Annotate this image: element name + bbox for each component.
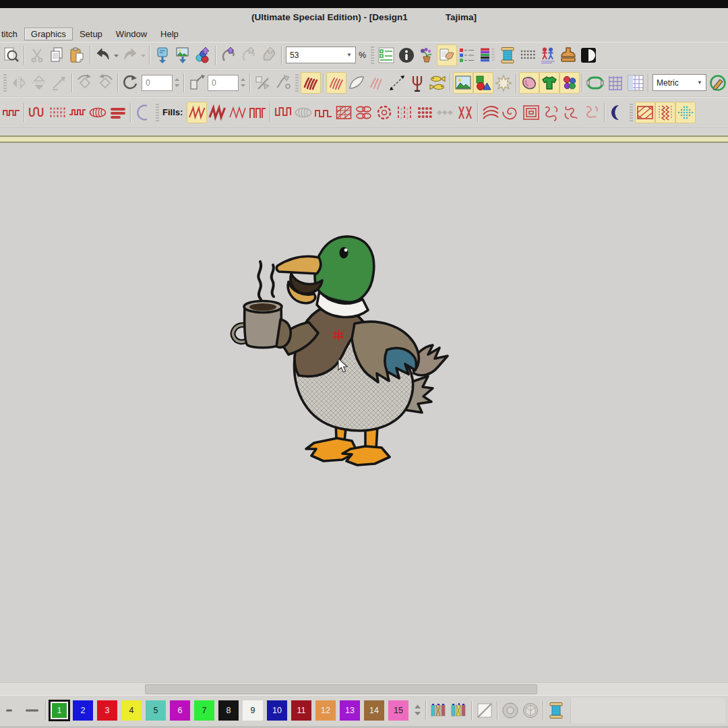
satin-light-button[interactable] [326,72,346,94]
palette-color-13[interactable]: 13 [340,700,360,721]
copy-button[interactable] [47,44,67,66]
thread-spool-button[interactable] [497,44,518,66]
zoom-level-combobox[interactable]: 53 ▼ [286,47,356,63]
fill-vertical-zigzag-button[interactable] [655,102,675,123]
redo-button[interactable] [120,44,140,66]
toolbar-grip[interactable] [371,47,374,64]
fill-oval-chain-button[interactable] [354,102,374,123]
fill-square-wave-button[interactable] [273,102,293,123]
palette-color-12[interactable]: 12 [315,700,336,721]
spool-view-button[interactable] [546,700,566,721]
menu-item-window[interactable]: Window [109,28,154,40]
flip-horizontal-button[interactable] [9,72,29,94]
fill-usquare-button[interactable] [313,102,334,123]
design-info-button[interactable] [396,44,417,66]
branch-tool-button[interactable] [407,72,427,94]
coil-stitch-button[interactable] [88,102,108,123]
scale-tool-button[interactable] [187,72,207,94]
design-artwork-duck[interactable] [222,226,458,469]
star-shape-button[interactable] [493,72,514,94]
undo-button[interactable] [93,44,113,66]
palette-color-2[interactable]: 2 [73,700,93,721]
fill-zigzag-thin-button[interactable] [227,102,247,123]
garment-button[interactable] [539,72,559,94]
fill-spiral-button[interactable] [501,102,521,123]
rotate-angle-spinner[interactable] [173,72,181,94]
skew-button[interactable] [49,72,69,94]
image-import-button[interactable] [173,44,193,66]
leaf-shape-button[interactable] [346,72,367,94]
rotate-reset-button[interactable] [121,72,141,94]
paste-button[interactable] [67,44,88,66]
menu-item-titch[interactable]: titch [0,28,24,40]
fill-coil-gray-button[interactable] [293,102,313,123]
thread-palette-button[interactable] [477,44,497,66]
flip-vertical-button[interactable] [29,72,49,94]
palette-color-8[interactable]: 8 [218,700,239,721]
fill-rosette-button[interactable] [374,102,394,123]
machine-import-button[interactable] [152,44,173,66]
insert-image-button[interactable] [453,72,473,94]
rotate-angle-input[interactable]: 0 [142,75,173,91]
stamp-button[interactable] [558,44,578,66]
slice-curve-button[interactable] [273,72,293,94]
menu-item-graphics[interactable]: Graphics [24,28,73,40]
menu-item-setup[interactable]: Setup [73,28,109,40]
arc-stitch-button[interactable] [133,102,154,123]
palette-color-4[interactable]: 4 [121,700,142,721]
contrast-view-button[interactable] [578,44,599,66]
fill-meander-1-button[interactable] [541,102,562,123]
design-checklist-button[interactable] [376,44,396,66]
palette-color-3[interactable]: 3 [97,700,117,721]
toolbar-grip[interactable] [630,104,633,121]
punch-tool-3-button[interactable] [259,44,279,66]
chevron-down-icon[interactable]: ▼ [346,52,352,58]
team-names-button[interactable] [538,44,558,66]
palette-color-1[interactable]: 1 [49,700,70,721]
line-style-short-button[interactable] [3,700,23,721]
stitch-comb-button[interactable] [1,102,22,123]
satin-sparse-button[interactable] [367,72,387,94]
no-color-button[interactable] [475,700,495,721]
grid-toggle-button[interactable] [605,72,626,94]
toolbar-grip[interactable] [295,74,299,92]
fish-shapes-button[interactable] [427,72,448,94]
design-properties-button[interactable] [417,44,437,66]
fill-pipes-button[interactable] [247,102,268,123]
palette-color-10[interactable]: 10 [267,700,287,721]
thread-chart-b-button[interactable] [449,700,469,721]
design-export-button[interactable] [193,44,213,66]
size-spinner[interactable] [239,72,247,94]
chevron-down-icon[interactable]: ▼ [697,80,702,86]
loops-stitch-button[interactable] [27,102,47,123]
palette-color-6[interactable]: 6 [170,700,190,721]
vector-shapes-button[interactable] [473,72,493,94]
palette-color-14[interactable]: 14 [364,700,384,721]
toolbar-grip[interactable] [3,74,7,92]
color-balls-button[interactable] [559,72,580,94]
bezier-run-button[interactable] [387,72,407,94]
palette-color-7[interactable]: 7 [194,700,214,721]
sphere-3d-button[interactable] [520,700,541,721]
fill-meander-3-button[interactable] [582,102,602,123]
edit-pen-button[interactable] [708,72,728,94]
palette-spinner[interactable] [413,700,423,721]
units-combobox[interactable]: Metric ▼ [653,74,706,91]
dots-stitch-button[interactable] [47,102,67,123]
fill-crosshatch-button[interactable] [635,102,655,123]
punch-tool-2-button[interactable] [239,44,259,66]
palette-color-11[interactable]: 11 [291,700,311,721]
fill-zigzag-bold-button[interactable] [207,102,227,123]
applique-button[interactable] [519,72,539,94]
zoom-page-button[interactable] [1,44,22,66]
fill-zigzag-button[interactable] [187,102,207,123]
thread-chart-a-button[interactable] [429,700,449,721]
fill-cross-button[interactable] [455,102,475,123]
rotate-left-button[interactable] [75,72,95,94]
fill-teal-dots-button[interactable] [675,102,696,123]
menu-item-help[interactable]: Help [154,28,185,40]
horizontal-scrollbar[interactable] [0,682,728,695]
satin-stitch-button[interactable] [301,72,321,94]
fill-square-spiral-button[interactable] [521,102,541,123]
fill-crescent-button[interactable] [607,102,628,123]
